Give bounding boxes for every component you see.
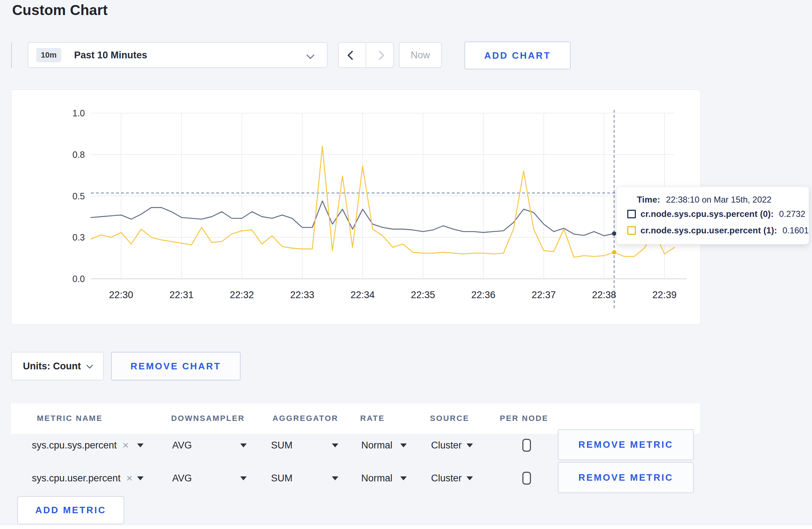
- chevron-left-icon: [347, 50, 357, 60]
- column-header-aggregator: AGGREGATOR: [272, 414, 338, 423]
- rate-select[interactable]: Normal: [361, 473, 392, 484]
- tooltip-series-row: cr.node.sys.cpu.user.percent (1):0.1601: [627, 225, 809, 236]
- x-axis-tick-label: 22:31: [169, 290, 194, 300]
- close-icon[interactable]: ×: [126, 472, 133, 484]
- y-axis-tick-label: 1.0: [72, 108, 85, 118]
- bottom-strip: [0, 525, 812, 529]
- close-icon[interactable]: ×: [122, 439, 129, 451]
- caret-down-icon[interactable]: [137, 443, 144, 447]
- legend-swatch-icon: [627, 210, 636, 218]
- timeseries-chart[interactable]: 22:3022:3122:3222:3322:3422:3522:3622:37…: [11, 90, 700, 324]
- aggregator-select[interactable]: SUM: [271, 440, 293, 451]
- column-header-per-node: PER NODE: [500, 414, 548, 423]
- tooltip-time-row: Time:22:38:10 on Mar 15th, 2022: [637, 195, 772, 205]
- hover-dot-1: [612, 250, 616, 254]
- y-axis-tick-label: 0.5: [72, 191, 85, 201]
- chart-tooltip: Time:22:38:10 on Mar 15th, 2022 cr.node.…: [616, 186, 809, 244]
- time-nav-group: [338, 42, 394, 68]
- tooltip-series-value: 0.1601: [782, 225, 808, 236]
- now-button[interactable]: Now: [399, 42, 442, 68]
- toolbar-divider: [11, 43, 12, 68]
- downsampler-select[interactable]: AVG: [172, 440, 192, 451]
- column-header-metric-name: METRIC NAME: [37, 414, 103, 423]
- hover-dot-0: [612, 232, 616, 236]
- x-axis-tick-label: 22:36: [471, 290, 496, 300]
- caret-down-icon[interactable]: [240, 476, 247, 480]
- column-header-source: SOURCE: [430, 414, 469, 423]
- x-axis-tick-label: 22:35: [411, 290, 435, 300]
- x-axis-tick-label: 22:37: [532, 290, 556, 300]
- tooltip-series-row: cr.node.sys.cpu.sys.percent (0):0.2732: [627, 209, 805, 219]
- custom-chart-page: Custom Chart 10m Past 10 Minutes Now ADD…: [0, 0, 812, 529]
- x-axis-tick-label: 22:32: [230, 290, 254, 300]
- remove-metric-button[interactable]: REMOVE METRIC: [558, 429, 694, 460]
- y-axis-tick-label: 0.3: [72, 232, 85, 242]
- time-back-button[interactable]: [339, 43, 366, 67]
- remove-metric-button[interactable]: REMOVE METRIC: [558, 462, 694, 493]
- caret-down-icon[interactable]: [137, 476, 144, 480]
- tooltip-series-label: cr.node.sys.cpu.sys.percent (0):: [641, 209, 774, 219]
- remove-chart-button[interactable]: REMOVE CHART: [111, 352, 241, 380]
- rate-select[interactable]: Normal: [361, 440, 392, 451]
- caret-down-icon[interactable]: [240, 443, 247, 447]
- source-select[interactable]: Cluster: [431, 440, 462, 451]
- y-axis-tick-label: 0.8: [72, 150, 85, 160]
- tooltip-series-label: cr.node.sys.cpu.user.percent (1):: [641, 225, 777, 236]
- chart-card: 22:3022:3122:3222:3322:3422:3522:3622:37…: [11, 89, 701, 325]
- y-axis-tick-label: 0.0: [72, 274, 85, 284]
- add-chart-button[interactable]: ADD CHART: [464, 42, 571, 69]
- column-header-downsampler: DOWNSAMPLER: [171, 414, 245, 423]
- legend-swatch-icon: [627, 226, 636, 235]
- x-axis-tick-label: 22:33: [290, 290, 314, 300]
- tooltip-time-label: Time:: [637, 195, 660, 204]
- caret-down-icon[interactable]: [467, 443, 473, 447]
- column-header-rate: RATE: [360, 414, 385, 423]
- time-range-label: Past 10 Minutes: [74, 50, 147, 61]
- x-axis-tick-label: 22:39: [652, 290, 677, 300]
- chevron-right-icon: [375, 50, 385, 60]
- x-axis-tick-label: 22:38: [592, 290, 616, 300]
- caret-down-icon[interactable]: [332, 443, 338, 447]
- downsampler-select[interactable]: AVG: [172, 473, 192, 484]
- caret-down-icon[interactable]: [332, 476, 338, 480]
- units-select[interactable]: Units: Count: [11, 352, 104, 380]
- aggregator-select[interactable]: SUM: [271, 473, 293, 484]
- units-label: Units: Count: [23, 361, 81, 372]
- time-forward-button[interactable]: [366, 43, 393, 67]
- chevron-down-icon: [306, 51, 315, 59]
- metric-name-select[interactable]: sys.cpu.sys.percent×: [32, 439, 129, 451]
- caret-down-icon[interactable]: [400, 443, 407, 447]
- per-node-checkbox[interactable]: [522, 472, 531, 485]
- series-line-1: [91, 146, 675, 257]
- metric-name-select[interactable]: sys.cpu.user.percent×: [32, 472, 132, 484]
- x-axis-tick-label: 22:34: [351, 290, 375, 300]
- metric-name-value: sys.cpu.sys.percent: [32, 440, 117, 451]
- tooltip-time-value: 22:38:10 on Mar 15th, 2022: [666, 195, 772, 204]
- source-select[interactable]: Cluster: [431, 473, 462, 484]
- tooltip-series-value: 0.2732: [779, 209, 805, 219]
- metric-name-value: sys.cpu.user.percent: [32, 473, 121, 484]
- page-title: Custom Chart: [12, 2, 108, 18]
- time-range-select[interactable]: 10m Past 10 Minutes: [28, 42, 328, 68]
- caret-down-icon[interactable]: [467, 476, 473, 480]
- x-axis-tick-label: 22:30: [109, 290, 134, 300]
- per-node-checkbox[interactable]: [522, 439, 531, 452]
- time-range-badge: 10m: [36, 48, 61, 62]
- caret-down-icon[interactable]: [400, 476, 407, 480]
- add-metric-button[interactable]: ADD METRIC: [17, 496, 124, 524]
- chevron-down-icon: [86, 362, 93, 368]
- series-line-0: [91, 201, 675, 237]
